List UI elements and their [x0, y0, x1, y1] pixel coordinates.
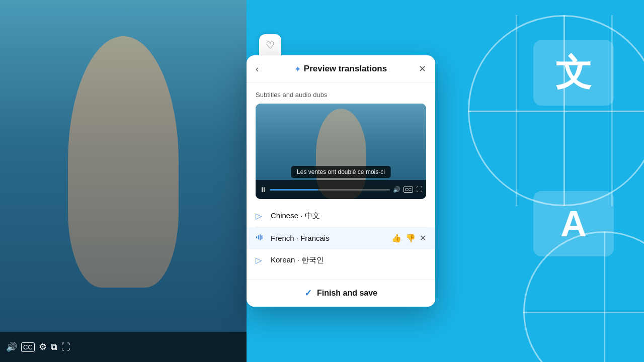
thumbs-up-button[interactable]: 👍 — [391, 233, 401, 243]
deco-translation-box-1: 文 — [533, 40, 614, 106]
finish-and-save-button[interactable]: ✓ Finish and save — [247, 279, 435, 307]
main-video-fullscreen-icon[interactable]: ⛶ — [61, 342, 70, 352]
svg-rect-1 — [258, 235, 259, 239]
thumbs-down-button[interactable]: 👎 — [406, 233, 416, 243]
video-preview: Les ventes ont doublé ce mois-ci ⏸ 🔊 CC … — [256, 104, 426, 199]
background-video: 🔊 CC ⚙ ⧉ ⛶ — [0, 0, 247, 362]
video-player-controls: 🔊 CC ⚙ ⧉ ⛶ — [0, 332, 247, 362]
svg-rect-0 — [256, 236, 257, 238]
play-icon-chinese: ▷ — [256, 211, 266, 221]
deco-translation-box-2: A — [533, 191, 614, 256]
remove-french-button[interactable]: ✕ — [420, 233, 426, 243]
play-icon-korean: ▷ — [256, 255, 266, 265]
main-video-cc-icon[interactable]: CC — [21, 342, 35, 352]
dialog-header: ‹ ✦ Preview translations ✕ — [247, 55, 435, 83]
section-label: Subtitles and audio dubs — [256, 91, 426, 99]
language-name-french: French · Francais — [271, 234, 386, 242]
dialog-body: Subtitles and audio dubs Les ventes ont … — [247, 83, 435, 279]
preview-progress-fill — [270, 189, 318, 191]
video-person — [0, 0, 247, 362]
sparkle-icon: ✦ — [294, 64, 301, 74]
heart-icon: ♡ — [266, 39, 275, 51]
language-name-korean: Korean · 한국인 — [271, 255, 426, 265]
language-item-chinese[interactable]: ▷ Chinese · 中文 — [256, 205, 426, 227]
svg-rect-2 — [260, 234, 261, 240]
playing-icon-french — [256, 233, 266, 243]
dialog-close-button[interactable]: ✕ — [419, 63, 426, 74]
preview-volume-icon[interactable]: 🔊 — [393, 186, 400, 193]
preview-controls: ⏸ 🔊 CC ⛶ — [256, 180, 426, 199]
heart-widget[interactable]: ♡ — [259, 34, 281, 56]
preview-pause-button[interactable]: ⏸ — [260, 186, 267, 193]
dialog-back-button[interactable]: ‹ — [256, 64, 259, 74]
dialog-title-area: ✦ Preview translations — [263, 64, 419, 74]
subtitle-overlay: Les ventes ont doublé ce mois-ci — [291, 166, 391, 178]
language-item-korean[interactable]: ▷ Korean · 한국인 — [256, 249, 426, 271]
preview-progress-bar[interactable] — [270, 189, 390, 191]
language-list: ▷ Chinese · 中文 French · Francais 👍 👎 ✕ ▷… — [256, 205, 426, 271]
main-video-pip-icon[interactable]: ⧉ — [51, 342, 57, 352]
main-video-volume-icon[interactable]: 🔊 — [6, 341, 17, 352]
preview-translations-dialog: ‹ ✦ Preview translations ✕ Subtitles and… — [247, 55, 435, 307]
svg-rect-3 — [262, 235, 263, 239]
language-name-chinese: Chinese · 中文 — [271, 211, 426, 221]
checkmark-icon: ✓ — [304, 288, 312, 299]
preview-cc-button[interactable]: CC — [404, 187, 413, 193]
language-item-french[interactable]: French · Francais 👍 👎 ✕ — [247, 227, 435, 249]
dialog-title: Preview translations — [304, 64, 387, 74]
preview-fullscreen-button[interactable]: ⛶ — [416, 186, 422, 193]
main-video-settings-icon[interactable]: ⚙ — [39, 341, 47, 352]
french-lang-actions: 👍 👎 ✕ — [391, 233, 426, 243]
finish-button-label: Finish and save — [317, 289, 377, 298]
